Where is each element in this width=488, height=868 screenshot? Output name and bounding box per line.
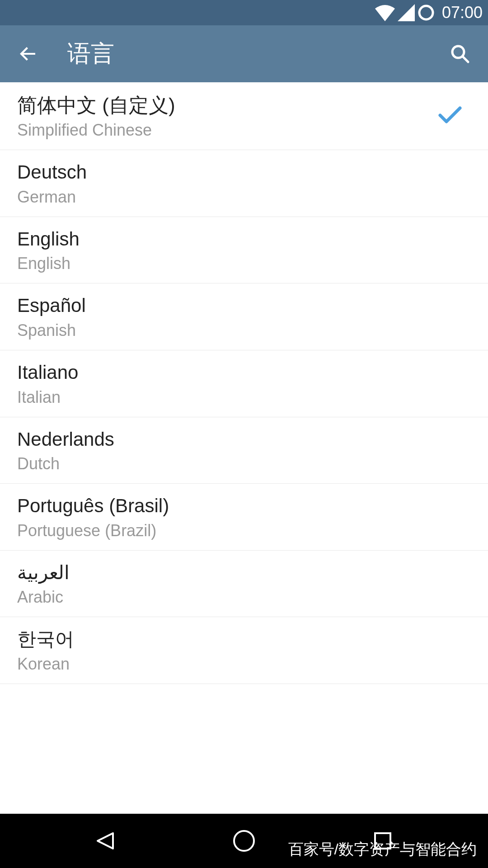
language-item[interactable]: DeutschGerman [0,150,488,217]
language-item[interactable]: 한국어Korean [0,617,488,684]
language-name: العربية [17,561,471,585]
svg-point-0 [419,6,433,19]
language-item[interactable]: 简体中文 (自定义)Simplified Chinese [0,82,488,150]
language-item[interactable]: EspañolSpanish [0,283,488,350]
watermark: 百家号/数字资产与智能合约 [288,839,477,860]
back-button[interactable] [14,39,42,68]
language-subtitle: Spanish [17,321,471,340]
language-subtitle: Portuguese (Brazil) [17,521,471,540]
language-text: DeutschGerman [17,160,471,207]
signal-icon [398,4,415,21]
circle-icon [418,4,435,21]
language-subtitle: Korean [17,655,471,674]
search-button[interactable] [446,39,474,68]
language-subtitle: Simplified Chinese [17,121,438,140]
language-name: 简体中文 (自定义) [17,92,438,118]
language-subtitle: German [17,188,471,207]
language-item[interactable]: ItalianoItalian [0,350,488,417]
language-text: EspañolSpanish [17,293,471,340]
language-subtitle: English [17,254,471,273]
language-text: Português (Brasil)Portuguese (Brazil) [17,494,471,540]
svg-line-2 [463,57,468,62]
nav-home-icon [232,829,256,853]
nav-back-button[interactable] [92,827,119,854]
language-item[interactable]: EnglishEnglish [0,217,488,284]
language-text: العربيةArabic [17,561,471,607]
language-name: Italiano [17,360,471,385]
language-text: 简体中文 (自定义)Simplified Chinese [17,92,438,140]
back-arrow-icon [17,43,39,65]
language-text: EnglishEnglish [17,227,471,274]
page-title: 语言 [67,38,446,70]
language-name: Português (Brasil) [17,494,471,519]
language-name: Deutsch [17,160,471,185]
language-name: Nederlands [17,427,471,452]
language-item[interactable]: NederlandsDutch [0,417,488,484]
status-icons: 07:00 [375,3,483,22]
svg-point-3 [234,831,254,851]
language-subtitle: Italian [17,388,471,407]
language-text: 한국어Korean [17,627,471,674]
app-bar: 语言 [0,25,488,82]
language-subtitle: Dutch [17,454,471,473]
language-text: NederlandsDutch [17,427,471,474]
language-subtitle: Arabic [17,588,471,607]
language-item[interactable]: Português (Brasil)Portuguese (Brazil) [0,484,488,551]
status-bar: 07:00 [0,0,488,25]
nav-home-button[interactable] [230,827,258,854]
language-name: English [17,227,471,252]
language-item[interactable]: العربيةArabic [0,551,488,618]
wifi-icon [375,4,395,21]
language-name: 한국어 [17,627,471,652]
language-list: 简体中文 (自定义)Simplified ChineseDeutschGerma… [0,82,488,684]
status-time: 07:00 [442,3,483,22]
search-icon [449,43,471,65]
nav-back-icon [93,829,117,853]
language-text: ItalianoItalian [17,360,471,407]
check-icon [438,106,462,126]
language-name: Español [17,293,471,318]
